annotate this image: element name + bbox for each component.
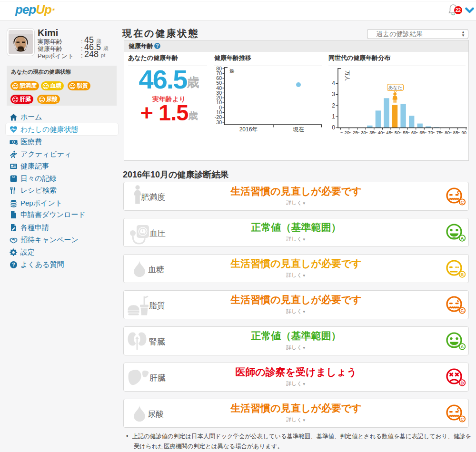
svg-text:~-40: ~-40 [374, 130, 383, 135]
svg-text:-30: -30 [215, 119, 222, 125]
svg-text:1: 1 [332, 113, 335, 120]
svg-text:0: 0 [332, 124, 335, 131]
svg-text:2: 2 [332, 102, 335, 109]
svg-text:~-55: ~-55 [399, 130, 408, 135]
svg-text:~-30: ~-30 [357, 130, 366, 135]
svg-text:~-45: ~-45 [382, 130, 391, 135]
svg-text:?: ? [12, 262, 15, 267]
svg-text:~-60: ~-60 [407, 130, 416, 135]
svg-text:C: C [461, 308, 464, 313]
svg-text:C: C [461, 416, 464, 422]
svg-text:あなた: あなた [388, 85, 402, 90]
svg-text:~-25: ~-25 [348, 130, 357, 135]
svg-text:2016年: 2016年 [239, 126, 258, 133]
svg-text:4: 4 [332, 80, 335, 87]
svg-text:万人: 万人 [345, 70, 350, 81]
svg-text:~-80: ~-80 [441, 130, 450, 135]
svg-text:歳: 歳 [229, 69, 235, 73]
svg-text:B: B [461, 272, 464, 277]
svg-text:~-70: ~-70 [424, 130, 433, 135]
svg-text:A: A [461, 236, 464, 241]
svg-text:~-35: ~-35 [365, 130, 374, 135]
svg-text:~-90: ~-90 [457, 130, 466, 135]
svg-text:C: C [461, 199, 464, 205]
svg-text:~-75: ~-75 [432, 130, 441, 135]
svg-text:~-20: ~-20 [340, 130, 349, 135]
svg-text:A: A [461, 344, 464, 349]
svg-text:~-65: ~-65 [416, 130, 425, 135]
svg-text:D: D [461, 380, 464, 385]
svg-text:~-50: ~-50 [390, 130, 399, 135]
svg-text:現在: 現在 [293, 126, 304, 133]
svg-text:~-85: ~-85 [449, 130, 458, 135]
svg-text:3: 3 [332, 91, 335, 98]
